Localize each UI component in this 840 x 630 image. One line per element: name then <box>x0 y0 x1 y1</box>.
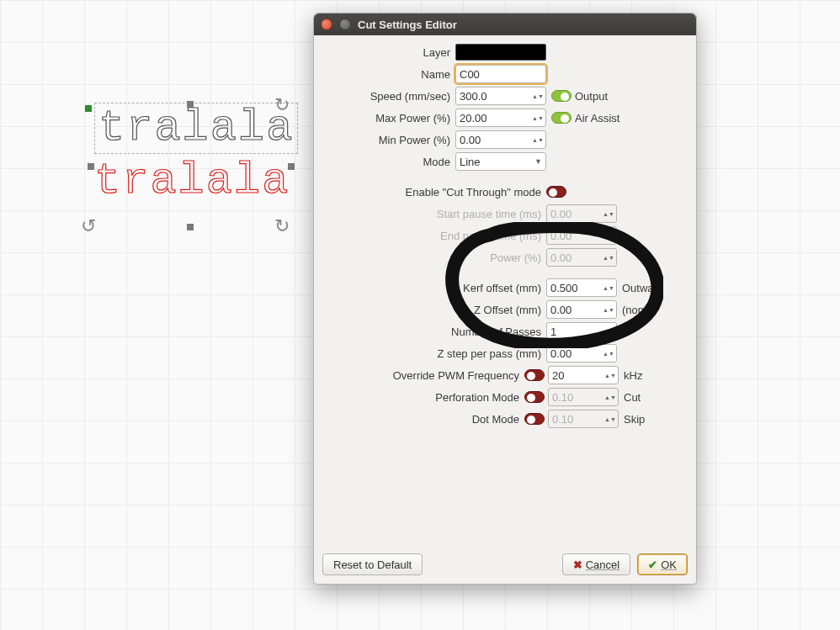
speed-input[interactable]: 300.0 ▲▼ <box>455 87 546 105</box>
mode-label: Mode <box>324 156 455 168</box>
zoffset-trail: (none) <box>622 304 654 316</box>
passes-label: Number of Passes <box>324 326 546 338</box>
selection-handle-top-mid[interactable] <box>187 101 194 108</box>
reset-button[interactable]: Reset to Default <box>322 553 423 575</box>
pwm-label: Override PWM Frequency <box>324 369 524 382</box>
dialog-buttonbar: Reset to Default ✖ Cancel ✔ OK <box>314 547 696 584</box>
minpower-label: Min Power (%) <box>324 134 455 146</box>
spinner-arrows-icon[interactable]: ▲▼ <box>604 351 613 357</box>
maxpower-input[interactable]: 20.00 ▲▼ <box>455 109 546 127</box>
canvas-text-red[interactable]: tralala <box>94 156 290 206</box>
endpause-input: 0.00 ▲▼ <box>546 226 617 245</box>
minimize-icon[interactable] <box>339 19 351 30</box>
chevron-down-icon: ▼ <box>534 157 542 166</box>
spinner-arrows-icon[interactable]: ▲▼ <box>604 285 613 291</box>
spinner-arrows-icon: ▲▼ <box>604 211 613 217</box>
kerf-label: Kerf offset (mm) <box>324 282 546 294</box>
name-label: Name <box>324 68 455 81</box>
spinner-arrows-icon[interactable]: ▲▼ <box>534 115 542 121</box>
airassist-toggle[interactable] <box>551 112 572 124</box>
spinner-arrows-icon[interactable]: ▲▼ <box>534 93 542 99</box>
mode-select[interactable]: Line ▼ <box>455 152 546 171</box>
rotate-handle-br[interactable]: ↻ <box>274 215 290 237</box>
cancel-icon: ✖ <box>573 559 582 571</box>
perf-input: 0.10 ▲▼ <box>548 388 619 406</box>
kerf-input[interactable]: 0.500 ▲▼ <box>546 278 617 297</box>
canvas-text-black[interactable]: tralala <box>94 103 298 154</box>
name-value: C00 <box>460 68 480 81</box>
output-label: Output <box>575 90 608 103</box>
spinner-arrows-icon: ▲▼ <box>606 394 614 400</box>
spinner-arrows-icon: ▲▼ <box>604 255 613 261</box>
selection-handle-mid-right[interactable] <box>288 163 295 170</box>
cancel-button[interactable]: ✖ Cancel <box>562 553 630 575</box>
zoffset-input[interactable]: 0.00 ▲▼ <box>546 300 617 319</box>
output-toggle[interactable] <box>551 90 572 102</box>
startpause-input: 0.00 ▲▼ <box>546 204 617 223</box>
spinner-arrows-icon[interactable]: ▲▼ <box>606 373 614 379</box>
spinner-arrows-icon[interactable]: ▲▼ <box>604 329 613 335</box>
spinner-arrows-icon[interactable]: ▲▼ <box>534 137 542 143</box>
kerf-direction: Outward <box>622 282 663 294</box>
dot-input: 0.10 ▲▼ <box>548 410 619 428</box>
spinner-arrows-icon[interactable]: ▲▼ <box>604 307 613 313</box>
passes-input[interactable]: 1 ▲▼ <box>546 322 617 341</box>
zstep-input[interactable]: 0.00 ▲▼ <box>546 344 617 363</box>
perf-toggle[interactable] <box>524 391 545 403</box>
pwm-unit: kHz <box>624 369 642 382</box>
layer-swatch[interactable] <box>455 44 546 61</box>
cutthrough-toggle[interactable] <box>546 186 566 198</box>
perf-trail: Cut <box>624 391 641 404</box>
dot-toggle[interactable] <box>524 413 545 425</box>
ct-power-label: Power (%) <box>324 251 546 264</box>
endpause-label: End pause time (ms) <box>324 230 546 242</box>
dot-label: Dot Mode <box>324 413 524 426</box>
perf-label: Perforation Mode <box>324 391 524 404</box>
name-input[interactable]: C00 <box>455 65 546 83</box>
spinner-arrows-icon: ▲▼ <box>606 416 614 422</box>
speed-label: Speed (mm/sec) <box>324 90 455 103</box>
zoffset-label: Z Offset (mm) <box>324 304 546 316</box>
selection-handle-top-left[interactable] <box>85 105 92 112</box>
selection-handle-bottom-mid[interactable] <box>187 224 194 230</box>
rotate-handle-bl[interactable]: ↺ <box>81 215 96 237</box>
rotate-handle-tr[interactable]: ↻ <box>274 94 290 116</box>
close-icon[interactable] <box>321 19 332 30</box>
cut-settings-dialog: Cut Settings Editor Layer Name C00 Speed… <box>313 13 697 585</box>
startpause-label: Start pause time (ms) <box>324 208 546 220</box>
zstep-label: Z step per pass (mm) <box>324 347 546 360</box>
window-title: Cut Settings Editor <box>358 19 457 31</box>
spinner-arrows-icon: ▲▼ <box>604 233 613 239</box>
maxpower-label: Max Power (%) <box>324 112 455 124</box>
pwm-toggle[interactable] <box>524 369 545 381</box>
selection-handle-mid-left[interactable] <box>88 163 94 170</box>
cutthrough-label: Enable "Cut Through" mode <box>324 186 546 199</box>
layer-label: Layer <box>324 46 455 59</box>
airassist-label: Air Assist <box>575 112 619 124</box>
minpower-input[interactable]: 0.00 ▲▼ <box>455 130 546 149</box>
dot-trail: Skip <box>624 413 645 426</box>
pwm-input[interactable]: 20 ▲▼ <box>548 366 619 384</box>
ct-power-input: 0.00 ▲▼ <box>546 248 617 267</box>
dialog-body: Layer Name C00 Speed (mm/sec) 300.0 ▲▼ O… <box>314 35 696 547</box>
ok-icon: ✔ <box>648 559 657 571</box>
ok-button[interactable]: ✔ OK <box>637 553 688 575</box>
titlebar[interactable]: Cut Settings Editor <box>314 13 696 35</box>
